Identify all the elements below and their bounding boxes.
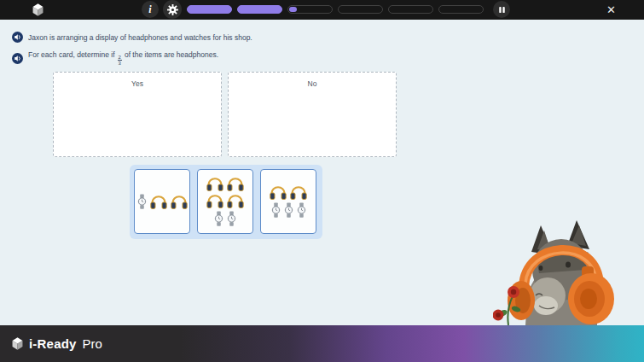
llama-with-headphones-image	[493, 217, 631, 325]
instruction-line-1: Jaxon is arranging a display of headphon…	[12, 32, 252, 43]
headphone-icon	[270, 185, 287, 200]
top-bar: i ✕	[0, 0, 644, 20]
card-row	[270, 185, 307, 200]
info-button[interactable]: i	[142, 1, 159, 18]
cube-logo-icon	[31, 3, 45, 17]
progress-bar	[187, 5, 484, 14]
progress-segment-2	[237, 5, 282, 14]
close-button[interactable]: ✕	[606, 3, 616, 17]
drop-zone-label: No	[229, 79, 396, 88]
audio-play-button[interactable]	[12, 32, 23, 43]
headphone-icon	[150, 195, 167, 209]
brand-text: i-Ready	[29, 336, 77, 351]
card-row	[271, 202, 306, 218]
watch-icon	[227, 211, 236, 226]
headphone-icon	[290, 185, 307, 200]
cube-icon	[10, 336, 25, 351]
headphone-icon	[171, 195, 188, 209]
card-row	[214, 211, 236, 226]
progress-segment-4	[338, 5, 383, 14]
progress-segment-3	[287, 5, 333, 14]
progress-segment-6	[438, 5, 484, 14]
drop-zone-label: Yes	[54, 79, 221, 88]
watch-icon	[284, 202, 293, 218]
settings-button[interactable]	[163, 0, 182, 19]
fraction-two-thirds: 23	[118, 55, 122, 67]
instruction-line-2: For each card, determine if23of the item…	[12, 50, 218, 67]
footer-bar: i-Ready Pro	[0, 325, 644, 362]
watch-icon	[214, 211, 223, 226]
instruction-text: Jaxon is arranging a display of headphon…	[28, 33, 252, 42]
app-window: i ✕	[0, 0, 644, 362]
watch-icon	[271, 202, 281, 218]
pause-button[interactable]	[493, 1, 510, 18]
headphone-icon	[227, 177, 244, 191]
brand-suffix: Pro	[83, 336, 102, 351]
audio-play-button[interactable]	[12, 53, 23, 64]
drop-zone-no[interactable]: No	[228, 72, 397, 157]
instruction-text: For each card, determine if23of the item…	[28, 50, 218, 67]
headphone-icon	[227, 194, 244, 208]
item-card-3[interactable]	[260, 169, 316, 234]
speaker-audio-icon	[12, 53, 23, 64]
card-tray	[130, 165, 322, 239]
speaker-audio-icon	[12, 32, 23, 43]
card-row	[137, 194, 188, 209]
card-row	[206, 194, 244, 208]
item-card-1[interactable]	[134, 169, 190, 234]
headphone-icon	[206, 177, 223, 191]
iready-pro-logo: i-Ready Pro	[10, 336, 102, 351]
pause-icon	[498, 6, 506, 14]
gear-icon	[167, 4, 178, 15]
item-card-2[interactable]	[197, 169, 253, 234]
headphone-icon	[206, 194, 223, 208]
progress-segment-5	[388, 5, 433, 14]
watch-icon	[137, 194, 147, 209]
progress-segment-1	[187, 5, 232, 14]
card-row	[206, 177, 244, 191]
drop-zone-yes[interactable]: Yes	[53, 72, 222, 157]
watch-icon	[297, 202, 306, 218]
